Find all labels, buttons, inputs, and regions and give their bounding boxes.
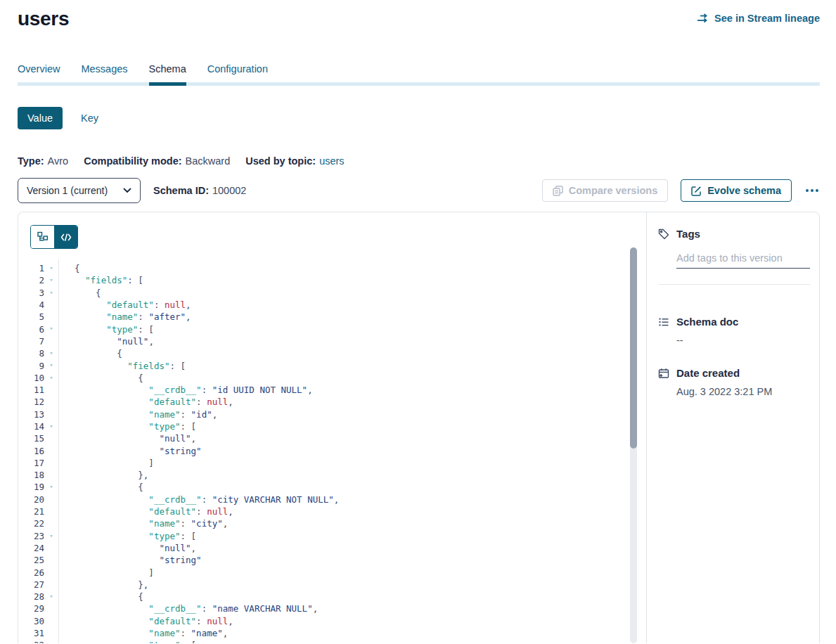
code-text: "name": "id", (58, 409, 217, 420)
code-text: "default": null, (58, 506, 233, 517)
line-number: 17 (18, 458, 44, 468)
fold-arrow[interactable]: ▾ (44, 359, 58, 371)
code-text: "__crdb__": "id UUID NOT NULL", (58, 385, 313, 395)
code-line: 3▾ { (18, 287, 646, 299)
schema-doc-value: -- (676, 335, 810, 346)
code-line: 30 "default": null, (18, 615, 646, 627)
code-line: 5 "name": "after", (18, 311, 646, 323)
tab-overview[interactable]: Overview (18, 63, 60, 82)
tab-bar: Overview Messages Schema Configuration (18, 63, 820, 82)
line-number: 2 (18, 275, 44, 285)
code-line: 2▾ "fields": [ (18, 274, 646, 286)
code-line: 1▾{ (18, 262, 646, 274)
code-text: { (58, 263, 80, 273)
code-line: 8▾ { (18, 347, 646, 359)
line-number: 3 (18, 288, 44, 298)
fold-arrow[interactable]: ▾ (44, 481, 58, 493)
code-line: 23▾ "type": [ (18, 530, 646, 542)
line-number: 31 (18, 628, 44, 638)
code-line: 22 "name": "city", (18, 517, 646, 529)
tab-schema[interactable]: Schema (149, 63, 186, 82)
line-number: 18 (18, 470, 44, 480)
controls-row: Version 1 (current) Schema ID:100002 Com… (18, 178, 820, 203)
line-number: 14 (18, 421, 44, 432)
compare-versions-button[interactable]: Compare versions (542, 179, 669, 202)
tab-underline (18, 82, 820, 86)
line-number: 6 (18, 324, 44, 335)
code-line: 11 "__crdb__": "id UUID NOT NULL", (18, 384, 646, 396)
code-text: "default": null, (58, 397, 233, 407)
schema-doc-icon (658, 316, 669, 328)
page-title: users (18, 7, 69, 31)
fold-arrow[interactable]: ▾ (44, 530, 58, 542)
code-text: "default": null, (58, 616, 233, 626)
code-text: "string" (58, 446, 202, 456)
sidebar-divider (658, 284, 810, 285)
value-toggle-button[interactable]: Value (18, 107, 63, 129)
code-text: "name": "after", (58, 311, 191, 322)
line-number: 29 (18, 603, 44, 614)
code-text: }, (58, 579, 148, 590)
code-text: { (58, 373, 143, 383)
fold-arrow[interactable]: ▾ (44, 287, 58, 299)
fold-arrow[interactable]: ▾ (44, 262, 58, 274)
line-number: 15 (18, 433, 44, 444)
code-line: 16 "string" (18, 444, 646, 456)
code-line: 10▾ { (18, 372, 646, 384)
scrollbar-thumb[interactable] (630, 247, 637, 449)
code-text: { (58, 348, 122, 359)
fold-arrow[interactable]: ▾ (44, 372, 58, 384)
fold-arrow[interactable]: ▾ (44, 591, 58, 603)
add-tags-input[interactable] (676, 251, 810, 269)
schema-id-label: Schema ID: (153, 185, 209, 196)
code-text: "fields": [ (58, 275, 143, 285)
gutter-divider (58, 259, 59, 643)
line-number: 4 (18, 300, 44, 310)
code-line: 7 "null", (18, 335, 646, 347)
key-toggle-link[interactable]: Key (81, 112, 98, 124)
compatibility-label: Compatibility mode: (84, 155, 181, 167)
fold-arrow[interactable]: ▾ (44, 274, 58, 286)
code-text: "name": "name", (58, 628, 228, 638)
code-line: 15 "null", (18, 432, 646, 444)
code-text: }, (58, 470, 148, 480)
line-number: 27 (18, 579, 44, 590)
fold-arrow[interactable]: ▾ (44, 347, 58, 359)
line-number: 5 (18, 311, 44, 322)
code-text: "__crdb__": "name VARCHAR NULL", (58, 603, 318, 614)
fold-arrow[interactable]: ▾ (44, 323, 58, 335)
line-number: 21 (18, 506, 44, 517)
more-actions-button[interactable] (804, 179, 820, 202)
tag-icon (658, 228, 669, 240)
fold-arrow[interactable]: ▾ (44, 639, 58, 643)
line-number: 23 (18, 531, 44, 541)
code-line: 19▾ { (18, 481, 646, 493)
code-text: { (58, 482, 143, 492)
code-text: { (58, 591, 143, 602)
line-number: 26 (18, 567, 44, 578)
line-number: 22 (18, 518, 44, 529)
code-text: "type": [ (58, 324, 154, 335)
code-view-icon[interactable] (54, 226, 77, 248)
page: users See in Stream lineage Overview Mes… (0, 7, 836, 643)
line-number: 16 (18, 446, 44, 456)
code-line: 28▾ { (18, 591, 646, 603)
line-number: 9 (18, 361, 44, 371)
fold-arrow[interactable]: ▾ (44, 420, 58, 432)
version-select[interactable]: Version 1 (current) (18, 178, 141, 203)
tree-view-icon[interactable] (31, 226, 54, 248)
line-number: 7 (18, 336, 44, 347)
tab-configuration[interactable]: Configuration (207, 63, 268, 82)
editor-scrollbar[interactable] (630, 247, 637, 643)
code-line: 20 "__crdb__": "city VARCHAR NOT NULL", (18, 494, 646, 505)
tab-messages[interactable]: Messages (81, 63, 127, 82)
evolve-schema-button[interactable]: Evolve schema (681, 179, 792, 202)
schema-doc-title: Schema doc (676, 316, 738, 328)
used-by-topic-label: Used by topic: (245, 155, 316, 167)
see-in-stream-lineage-link[interactable]: See in Stream lineage (697, 13, 820, 24)
line-number: 25 (18, 555, 44, 565)
line-number: 28 (18, 591, 44, 602)
code-text: "__crdb__": "city VARCHAR NOT NULL", (58, 494, 339, 505)
topic-link[interactable]: users (319, 155, 344, 167)
line-number: 12 (18, 397, 44, 407)
